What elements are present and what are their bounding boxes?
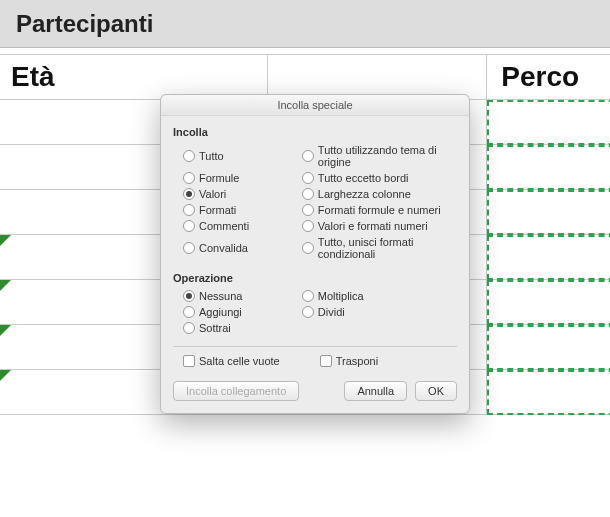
header-empty[interactable] — [268, 55, 487, 100]
radio-icon — [302, 290, 314, 302]
op-option-label: Moltiplica — [318, 290, 364, 302]
cell-perco[interactable]: 21 — [487, 280, 610, 325]
paste-option-convalida[interactable]: Convalida — [183, 236, 294, 260]
op-option-moltiplica[interactable]: Moltiplica — [302, 290, 457, 302]
transpose-label: Trasponi — [336, 355, 378, 367]
paste-options-group: TuttoTutto utilizzando tema di origineFo… — [183, 144, 457, 260]
radio-icon — [183, 204, 195, 216]
cell-perco[interactable]: 45 — [487, 145, 610, 190]
radio-icon — [183, 290, 195, 302]
header-eta[interactable]: Età — [0, 55, 268, 100]
op-option-aggiungi[interactable]: Aggiungi — [183, 306, 294, 318]
paste-option-label: Commenti — [199, 220, 249, 232]
paste-option-label: Larghezza colonne — [318, 188, 411, 200]
op-option-label: Nessuna — [199, 290, 242, 302]
header-bar: Partecipanti — [0, 0, 610, 48]
transpose-checkbox[interactable]: Trasponi — [320, 355, 378, 367]
radio-icon — [302, 204, 314, 216]
paste-option-label: Tutto eccetto bordi — [318, 172, 409, 184]
paste-option-valori[interactable]: Valori — [183, 188, 294, 200]
paste-option-label: Formati — [199, 204, 236, 216]
cell-perco[interactable]: 23 — [487, 100, 610, 145]
paste-option-larghezza_colonne[interactable]: Larghezza colonne — [302, 188, 457, 200]
op-option-label: Sottrai — [199, 322, 231, 334]
paste-option-tutto_tema[interactable]: Tutto utilizzando tema di origine — [302, 144, 457, 168]
paste-option-formati[interactable]: Formati — [183, 204, 294, 216]
paste-option-tutto_eccetto_bordi[interactable]: Tutto eccetto bordi — [302, 172, 457, 184]
radio-icon — [183, 220, 195, 232]
section-operation-label: Operazione — [173, 272, 457, 284]
paste-option-label: Valori e formati numeri — [318, 220, 428, 232]
paste-option-formule[interactable]: Formule — [183, 172, 294, 184]
header-perco[interactable]: Perco — [487, 55, 610, 100]
radio-icon — [302, 306, 314, 318]
radio-icon — [183, 150, 195, 162]
paste-option-label: Tutto, unisci formati condizionali — [318, 236, 457, 260]
radio-icon — [302, 188, 314, 200]
paste-option-label: Tutto utilizzando tema di origine — [318, 144, 457, 168]
op-option-dividi[interactable]: Dividi — [302, 306, 457, 318]
radio-icon — [183, 172, 195, 184]
radio-icon — [183, 322, 195, 334]
radio-icon — [183, 306, 195, 318]
cell-perco[interactable]: 32 — [487, 190, 610, 235]
page-title: Partecipanti — [16, 10, 153, 38]
paste-option-valori_formati_numeri[interactable]: Valori e formati numeri — [302, 220, 457, 232]
radio-icon — [302, 220, 314, 232]
dialog-title: Incolla speciale — [161, 95, 469, 116]
section-paste-label: Incolla — [173, 126, 457, 138]
skip-blanks-checkbox[interactable]: Salta celle vuote — [183, 355, 280, 367]
paste-special-dialog: Incolla speciale Incolla TuttoTutto util… — [160, 94, 470, 414]
checkbox-icon — [320, 355, 332, 367]
checkbox-icon — [183, 355, 195, 367]
paste-option-label: Formati formule e numeri — [318, 204, 441, 216]
paste-option-commenti[interactable]: Commenti — [183, 220, 294, 232]
ok-button[interactable]: OK — [415, 381, 457, 401]
paste-link-button[interactable]: Incolla collegamento — [173, 381, 299, 401]
op-option-nessuna[interactable]: Nessuna — [183, 290, 294, 302]
cell-perco[interactable]: 44 — [487, 235, 610, 280]
cell-perco[interactable]: 43 — [487, 370, 610, 415]
paste-option-label: Formule — [199, 172, 239, 184]
op-option-sottrai[interactable]: Sottrai — [183, 322, 294, 334]
paste-option-label: Tutto — [199, 150, 224, 162]
separator — [173, 346, 457, 347]
operation-options-group: NessunaMoltiplicaAggiungiDividiSottrai — [183, 290, 457, 334]
op-option-label: Dividi — [318, 306, 345, 318]
cancel-button[interactable]: Annulla — [344, 381, 407, 401]
radio-icon — [183, 188, 195, 200]
paste-option-label: Valori — [199, 188, 226, 200]
paste-option-tutto[interactable]: Tutto — [183, 144, 294, 168]
cell-perco[interactable]: 32 — [487, 325, 610, 370]
paste-option-label: Convalida — [199, 242, 248, 254]
paste-option-formati_formule_numeri[interactable]: Formati formule e numeri — [302, 204, 457, 216]
op-option-label: Aggiungi — [199, 306, 242, 318]
radio-icon — [302, 172, 314, 184]
radio-icon — [183, 242, 195, 254]
skip-blanks-label: Salta celle vuote — [199, 355, 280, 367]
radio-icon — [302, 242, 314, 254]
paste-option-tutto_condizionali[interactable]: Tutto, unisci formati condizionali — [302, 236, 457, 260]
radio-icon — [302, 150, 314, 162]
